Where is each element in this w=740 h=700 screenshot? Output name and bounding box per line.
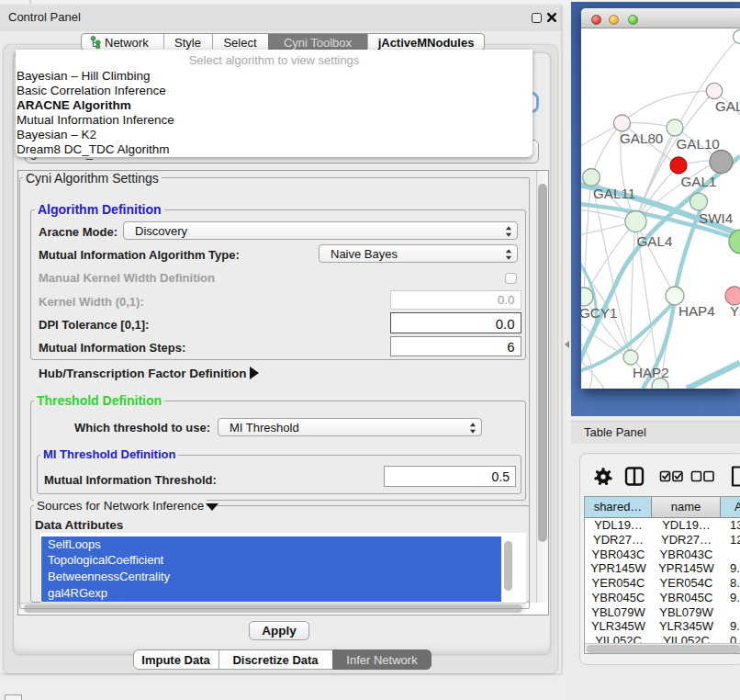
svg-text:GAL7: GAL7 <box>715 98 740 114</box>
svg-text:GAL10: GAL10 <box>677 136 720 152</box>
svg-text:HAP4: HAP4 <box>678 303 715 319</box>
svg-text:HAP2: HAP2 <box>633 365 669 380</box>
svg-text:SWI4: SWI4 <box>699 210 733 226</box>
svg-text:GAL80: GAL80 <box>620 130 663 146</box>
svg-text:GCY1: GCY1 <box>581 305 617 321</box>
svg-text:GAL4: GAL4 <box>637 233 673 249</box>
svg-text:GAL11: GAL11 <box>593 186 635 201</box>
svg-text:GAL1: GAL1 <box>681 174 717 189</box>
svg-text:YJ: YJ <box>730 303 740 319</box>
